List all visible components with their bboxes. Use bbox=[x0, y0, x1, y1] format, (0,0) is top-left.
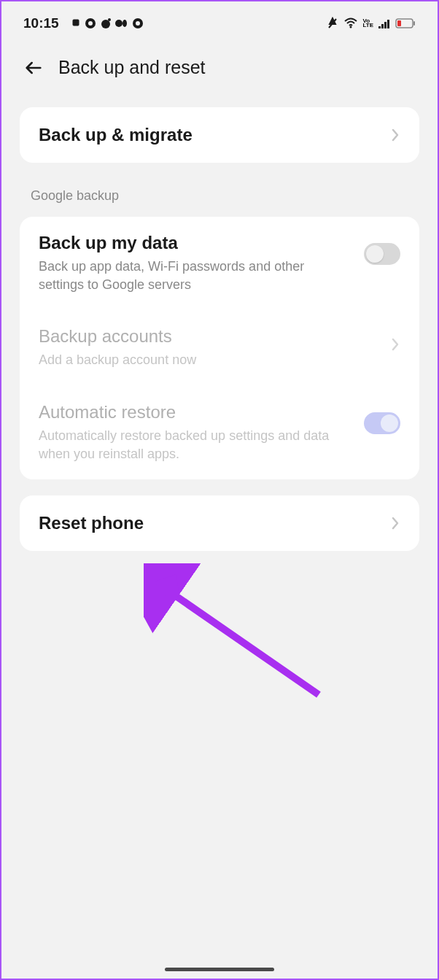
svg-rect-12 bbox=[384, 22, 386, 28]
backup-my-data-toggle[interactable] bbox=[364, 243, 400, 265]
svg-point-5 bbox=[115, 20, 123, 27]
chevron-right-icon bbox=[390, 336, 400, 352]
reset-phone-row[interactable]: Reset phone bbox=[20, 495, 419, 551]
svg-point-8 bbox=[136, 21, 140, 26]
backup-migrate-row[interactable]: Back up & migrate bbox=[20, 107, 419, 163]
svg-rect-10 bbox=[378, 26, 381, 28]
signal-icon bbox=[378, 18, 391, 29]
chevron-right-icon bbox=[390, 515, 400, 531]
circle-icon bbox=[132, 18, 144, 29]
medium-icon bbox=[115, 18, 128, 29]
reset-phone-title: Reset phone bbox=[39, 513, 379, 533]
annotation-arrow bbox=[144, 563, 333, 709]
reddit-icon bbox=[100, 18, 112, 29]
svg-point-6 bbox=[123, 20, 127, 27]
svg-point-4 bbox=[108, 18, 111, 21]
backup-accounts-title: Backup accounts bbox=[39, 326, 379, 347]
chevron-right-icon bbox=[390, 127, 400, 143]
page-header: Back up and reset bbox=[1, 42, 438, 100]
backup-my-data-desc: Back up app data, Wi-Fi passwords and ot… bbox=[39, 258, 353, 294]
backup-migrate-card: Back up & migrate bbox=[20, 107, 419, 163]
home-indicator[interactable] bbox=[165, 968, 274, 971]
battery-low-icon bbox=[395, 18, 416, 28]
svg-rect-11 bbox=[381, 24, 384, 28]
status-bar: 10:15 VoLTE bbox=[1, 1, 438, 42]
back-arrow-icon[interactable] bbox=[23, 58, 44, 78]
svg-point-9 bbox=[350, 26, 352, 28]
svg-point-2 bbox=[88, 21, 93, 26]
google-backup-card: Back up my data Back up app data, Wi-Fi … bbox=[20, 217, 419, 479]
app-icon-1 bbox=[71, 18, 81, 28]
svg-rect-15 bbox=[397, 20, 401, 26]
wifi-icon bbox=[343, 18, 358, 29]
backup-my-data-title: Back up my data bbox=[39, 233, 353, 253]
backup-my-data-row[interactable]: Back up my data Back up app data, Wi-Fi … bbox=[20, 217, 419, 310]
google-backup-section-header: Google backup bbox=[1, 174, 438, 209]
page-title: Back up and reset bbox=[58, 57, 206, 78]
svg-rect-16 bbox=[413, 21, 415, 26]
automatic-restore-row[interactable]: Automatic restore Automatically restore … bbox=[20, 386, 419, 479]
bell-muted-icon bbox=[326, 17, 339, 30]
backup-migrate-title: Back up & migrate bbox=[39, 125, 379, 145]
automatic-restore-title: Automatic restore bbox=[39, 402, 353, 423]
automatic-restore-toggle[interactable] bbox=[364, 412, 400, 434]
toggle-knob bbox=[366, 245, 384, 263]
backup-accounts-desc: Add a backup account now bbox=[39, 351, 379, 369]
status-notification-icons bbox=[71, 18, 144, 29]
status-time: 10:15 bbox=[23, 15, 59, 31]
automatic-restore-desc: Automatically restore backed up settings… bbox=[39, 427, 353, 463]
status-left: 10:15 bbox=[23, 15, 144, 31]
svg-rect-0 bbox=[73, 20, 79, 26]
status-right: VoLTE bbox=[326, 17, 416, 30]
svg-rect-13 bbox=[387, 20, 389, 28]
toggle-knob bbox=[381, 414, 398, 432]
backup-accounts-row[interactable]: Backup accounts Add a backup account now bbox=[20, 310, 419, 385]
svg-line-17 bbox=[166, 589, 319, 695]
volte-icon: VoLTE bbox=[362, 19, 373, 28]
app-icon-2 bbox=[85, 18, 96, 29]
reset-phone-card: Reset phone bbox=[20, 495, 419, 551]
